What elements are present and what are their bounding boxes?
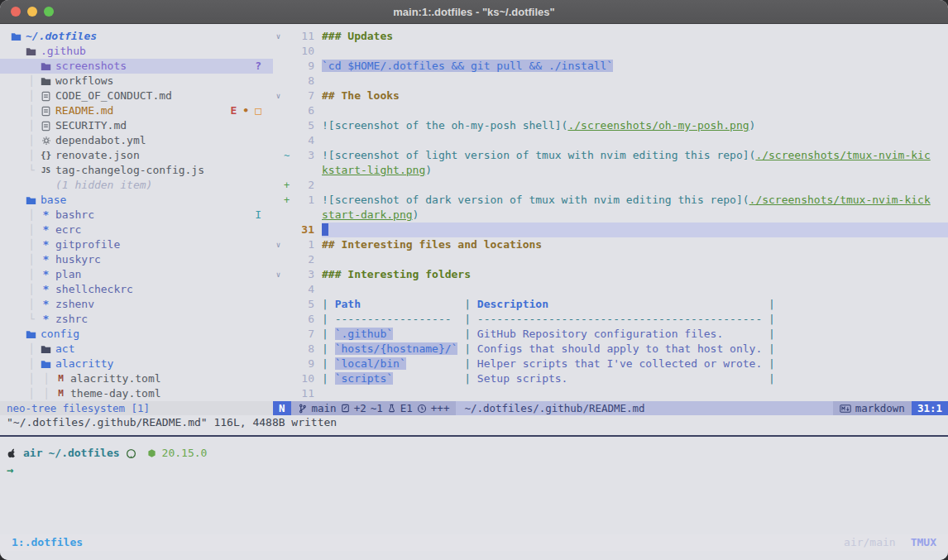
tree-item-plan[interactable]: │*plan — [0, 267, 273, 282]
tree-item-screenshots[interactable]: screenshots? — [0, 59, 273, 74]
line-text[interactable]: ### Interesting folders — [322, 267, 948, 282]
fold-arrow-icon[interactable]: ∨ — [273, 89, 284, 103]
line-text[interactable]: | `.github` | GitHub Repository configur… — [322, 327, 948, 342]
line-text[interactable]: `cd $HOME/.dotfiles && git pull && ./ins… — [322, 59, 948, 74]
editor-line[interactable]: kstart-light.png) — [273, 163, 948, 178]
tree-item-renovate-json[interactable]: │{}renovate.json — [0, 148, 273, 163]
tree-item-code-of-conduct-md[interactable]: │CODE_OF_CONDUCT.md — [0, 89, 273, 103]
editor-line[interactable]: 7| `.github` | GitHub Repository configu… — [273, 327, 948, 342]
line-text[interactable]: ## The looks — [322, 89, 948, 103]
tree-item-tag-changelog-config-js[interactable]: └JStag-changelog-config.js — [0, 163, 273, 178]
fold-arrow-icon[interactable]: ∨ — [273, 29, 284, 44]
gitsign-column — [284, 252, 293, 267]
tree-item-label: zshrc — [55, 312, 88, 327]
tree-item-shellcheckrc[interactable]: │*shellcheckrc — [0, 282, 273, 297]
line-text[interactable] — [322, 223, 948, 237]
line-text[interactable]: ![screenshot of light version of tmux wi… — [322, 148, 948, 163]
editor-line[interactable]: 6| ------------------ | ----------------… — [273, 312, 948, 327]
line-text[interactable]: kstart-light.png) — [322, 163, 948, 178]
open-folder-icon — [39, 359, 53, 369]
editor-line[interactable]: 9| `local/bin` | Helper scripts that I'v… — [273, 357, 948, 371]
line-text[interactable] — [322, 282, 948, 297]
line-text[interactable]: ![screenshot of dark version of tmux wit… — [322, 193, 948, 208]
syntax-segment: ## Interesting files and locations — [322, 238, 542, 251]
line-text[interactable]: ### Updates — [322, 29, 948, 44]
tree-item-label: base — [41, 193, 66, 208]
editor-line[interactable]: 10| `scripts` | Setup scripts. | — [273, 371, 948, 386]
link-text: start-dark.png — [322, 208, 413, 221]
tree-item-act[interactable]: │act — [0, 342, 273, 357]
tree-item--1-hidden-item-[interactable]: (1 hidden item) — [0, 178, 273, 193]
tree-item-bashrc[interactable]: │*bashrcI — [0, 208, 273, 223]
syntax-segment: `hosts/{hostname}/` — [335, 342, 458, 355]
editor-line[interactable]: 5![screenshot of the oh-my-posh shell](.… — [273, 118, 948, 133]
syntax-segment: | — [464, 298, 477, 310]
editor-line[interactable]: 10 — [273, 44, 948, 59]
line-text[interactable] — [322, 178, 948, 193]
tree-item-alacritty-toml[interactable]: ││Malacritty.toml — [0, 371, 273, 386]
line-text[interactable] — [322, 44, 948, 59]
line-text[interactable]: ## Interesting files and locations — [322, 237, 948, 252]
editor-line[interactable]: ∨1## Interesting files and locations — [273, 237, 948, 252]
fold-arrow-icon[interactable]: ∨ — [273, 267, 284, 282]
editor-line[interactable]: 11 — [273, 386, 948, 401]
line-text[interactable]: | `local/bin` | Helper scripts that I've… — [322, 357, 948, 371]
editor-line[interactable]: ~3![screenshot of light version of tmux … — [273, 148, 948, 163]
tree-item-alacritty[interactable]: │alacritty — [0, 357, 273, 371]
editor-line[interactable]: 8 — [273, 74, 948, 89]
line-text[interactable]: | `scripts` | Setup scripts. | — [322, 371, 948, 386]
markdown-file-icon — [39, 121, 53, 132]
tree-item-zshenv[interactable]: │*zshenv — [0, 297, 273, 312]
editor-line[interactable]: ∨3### Interesting folders — [273, 267, 948, 282]
line-text[interactable]: | ------------------ | -----------------… — [322, 312, 948, 327]
tree-item--dotfiles[interactable]: ~/.dotfiles — [0, 29, 273, 44]
shell-input-line[interactable]: → — [7, 462, 948, 478]
editor-line[interactable]: 5| Path | Description | — [273, 297, 948, 312]
editor-line[interactable]: 4 — [273, 282, 948, 297]
command-line-message: "~/.dotfiles/.github/README.md" 116L, 44… — [0, 415, 948, 431]
editor-line[interactable]: +2 — [273, 178, 948, 193]
editor-line[interactable]: 9`cd $HOME/.dotfiles && git pull && ./in… — [273, 59, 948, 74]
tree-item-security-md[interactable]: │SECURITY.md — [0, 118, 273, 133]
line-text[interactable] — [322, 74, 948, 89]
line-text[interactable]: ![screenshot of the oh-my-posh shell](./… — [322, 118, 948, 133]
editor-line[interactable]: 6 — [273, 103, 948, 118]
editor-line[interactable]: 31 — [273, 223, 948, 237]
tree-item-base[interactable]: base — [0, 193, 273, 208]
tree-item-theme-day-toml[interactable]: ││Mtheme-day.toml — [0, 386, 273, 401]
tree-item-huskyrc[interactable]: │*huskyrc — [0, 252, 273, 267]
tmux-window-item[interactable]: 1:.dotfiles — [12, 535, 83, 550]
line-text[interactable] — [322, 133, 948, 148]
editor-line[interactable]: +1![screenshot of dark version of tmux w… — [273, 193, 948, 208]
tree-item-label: bashrc — [55, 208, 94, 223]
editor-line[interactable]: 8| `hosts/{hostname}/` | Configs that sh… — [273, 342, 948, 357]
editor-line[interactable]: 2 — [273, 252, 948, 267]
tree-item-gitprofile[interactable]: │*gitprofile — [0, 237, 273, 252]
line-text[interactable]: start-dark.png) — [322, 208, 948, 223]
line-text[interactable]: | `hosts/{hostname}/` | Configs that sho… — [322, 342, 948, 357]
tree-item--github[interactable]: .github — [0, 44, 273, 59]
tree-item-dependabot-yml[interactable]: │dependabot.yml — [0, 133, 273, 148]
tree-item-readme-md[interactable]: │README.mdE•□ — [0, 103, 273, 118]
editor-line[interactable]: ∨11### Updates — [273, 29, 948, 44]
line-text[interactable] — [322, 103, 948, 118]
empty-area — [0, 478, 948, 534]
editor-line[interactable]: ∨7## The looks — [273, 89, 948, 103]
editor-line[interactable]: start-dark.png) — [273, 208, 948, 223]
line-number: 6 — [293, 312, 314, 327]
editor-line[interactable]: 4 — [273, 133, 948, 148]
git-status-badge: □ — [255, 103, 261, 118]
fold-arrow-icon[interactable]: ∨ — [273, 237, 284, 252]
tree-guide: │ — [24, 89, 39, 103]
status-badges: E•□ — [231, 103, 261, 118]
tree-item-workflows[interactable]: │workflows — [0, 74, 273, 89]
line-text[interactable] — [322, 252, 948, 267]
line-text[interactable] — [322, 386, 948, 401]
line-text[interactable]: | Path | Description | — [322, 297, 948, 312]
nvim-main-area: ~/.dotfiles.githubscreenshots?│workflows… — [0, 24, 948, 401]
terminal-content: ~/.dotfiles.githubscreenshots?│workflows… — [0, 24, 948, 560]
tree-item-zshrc[interactable]: └*zshrc — [0, 312, 273, 327]
syntax-segment: | — [768, 328, 775, 340]
tree-item-ecrc[interactable]: │*ecrc — [0, 223, 273, 237]
tree-item-config[interactable]: config — [0, 327, 273, 342]
